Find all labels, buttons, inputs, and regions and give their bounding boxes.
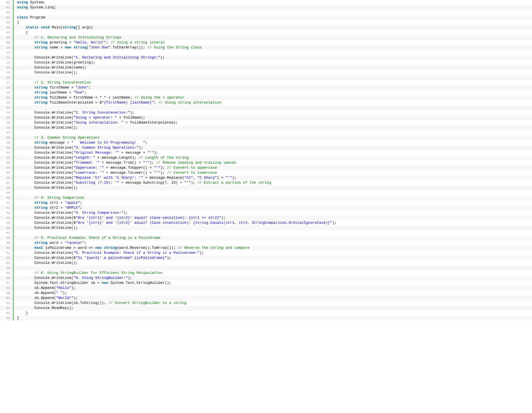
code-content[interactable] <box>13 230 532 235</box>
code-line[interactable]: 42. string str2 = "APPLE"; <box>0 205 532 210</box>
code-line[interactable]: 25. Console.WriteLine("Using interpolati… <box>0 120 532 125</box>
code-content[interactable]: Console.WriteLine("Substring (7-15): '" … <box>13 180 532 185</box>
code-line[interactable]: 30. Console.WriteLine("3. Common String … <box>0 145 532 150</box>
code-line[interactable]: 60. sb.Append("World!"); <box>0 296 532 301</box>
code-line[interactable]: 26. Console.WriteLine(); <box>0 125 532 130</box>
code-line[interactable]: 52. Console.WriteLine($"Is '{word}' a pa… <box>0 255 532 260</box>
code-content[interactable]: Console.ReadKey(); <box>13 306 532 311</box>
code-line[interactable]: 53. Console.WriteLine(); <box>0 260 532 266</box>
code-line[interactable]: 24. Console.WriteLine("Using + operator:… <box>0 115 532 120</box>
code-content[interactable]: Console.WriteLine("2. String Concatenati… <box>13 110 532 115</box>
code-line[interactable]: 03. <box>0 10 532 15</box>
code-content[interactable]: using System; <box>13 0 532 5</box>
code-line[interactable]: 01.using System; <box>0 0 532 5</box>
code-content[interactable]: string str2 = "APPLE"; <box>13 205 532 210</box>
code-content[interactable]: bool isPalindrome = word == new string(w… <box>13 245 532 250</box>
code-content[interactable] <box>13 266 532 271</box>
code-line[interactable]: 59. sb.Append(" "); <box>0 291 532 296</box>
code-line[interactable]: 55. // 6. Using StringBuilder for Effici… <box>0 271 532 276</box>
code-line[interactable]: 48. // 5. Practical Example: Check if a … <box>0 235 532 240</box>
code-line[interactable]: 06. static void Main(string[] args) <box>0 25 532 30</box>
code-content[interactable]: Console.WriteLine("Replace 'C#' with 'C … <box>13 175 532 180</box>
code-content[interactable]: string message = " Welcome to C# Program… <box>13 140 532 145</box>
code-content[interactable]: Console.WriteLine(greeting); <box>13 60 532 65</box>
code-line[interactable]: 31. Console.WriteLine("Original Message:… <box>0 150 532 155</box>
code-line[interactable]: 08. // 1. Declaring and Initializing Str… <box>0 35 532 40</box>
code-content[interactable]: Console.WriteLine(); <box>13 185 532 190</box>
code-content[interactable]: } <box>13 311 532 316</box>
code-line[interactable]: 23. Console.WriteLine("2. String Concate… <box>0 110 532 115</box>
code-line[interactable]: 27. <box>0 130 532 135</box>
code-content[interactable] <box>13 50 532 55</box>
code-line[interactable]: 22. <box>0 105 532 110</box>
code-line[interactable]: 63. } <box>0 311 532 316</box>
code-content[interactable]: string str1 = "apple"; <box>13 200 532 205</box>
code-line[interactable]: 11. <box>0 50 532 55</box>
code-content[interactable]: Console.WriteLine("Lowercase: '" + messa… <box>13 170 532 175</box>
code-line[interactable]: 64.} <box>0 316 532 321</box>
code-content[interactable]: Console.WriteLine($"Is '{word}' a palind… <box>13 255 532 260</box>
code-line[interactable]: 49. string word = "racecar"; <box>0 240 532 245</box>
code-content[interactable]: } <box>13 316 532 321</box>
code-content[interactable]: sb.Append("World!"); <box>13 296 532 301</box>
code-content[interactable]: using System.Linq; <box>13 5 532 10</box>
code-content[interactable]: sb.Append("Hello"); <box>13 286 532 291</box>
code-content[interactable]: Console.WriteLine($"Are '{str1}' and '{s… <box>13 215 532 220</box>
code-line[interactable]: 62. Console.ReadKey(); <box>0 306 532 311</box>
code-content[interactable]: Console.WriteLine("Original Message: '" … <box>13 150 532 155</box>
code-content[interactable]: string word = "racecar"; <box>13 240 532 245</box>
code-line[interactable]: 40. // 4. String Comparison <box>0 195 532 200</box>
code-line[interactable]: 47. <box>0 230 532 235</box>
code-line[interactable]: 29. string message = " Welcome to C# Pro… <box>0 140 532 145</box>
code-line[interactable]: 18. string firstName = "John"; <box>0 85 532 90</box>
code-line[interactable]: 19. string lastName = "Doe"; <box>0 90 532 95</box>
code-content[interactable]: Console.WriteLine("Trimmed: '" + message… <box>13 160 532 165</box>
code-content[interactable]: Console.WriteLine("4. String Comparison:… <box>13 210 532 215</box>
code-line[interactable]: 54. <box>0 266 532 271</box>
code-line[interactable]: 20. string fullName = firstName + " " + … <box>0 95 532 100</box>
code-content[interactable]: Console.WriteLine("6. Using StringBuilde… <box>13 276 532 281</box>
code-content[interactable]: string fullNameInterpolated = $"{firstNa… <box>13 100 532 105</box>
code-content[interactable] <box>13 190 532 195</box>
code-content[interactable]: sb.Append(" "); <box>13 291 532 296</box>
code-line[interactable]: 38. Console.WriteLine(); <box>0 185 532 190</box>
code-line[interactable]: 34. Console.WriteLine("Uppercase: '" + m… <box>0 165 532 170</box>
code-editor[interactable]: 01.using System;02.using System.Linq;03.… <box>0 0 532 321</box>
code-content[interactable]: System.Text.StringBuilder sb = new Syste… <box>13 281 532 286</box>
code-content[interactable]: static void Main(string[] args) <box>13 25 532 30</box>
code-line[interactable]: 61. Console.WriteLine(sb.ToString()); //… <box>0 301 532 306</box>
code-line[interactable]: 14. Console.WriteLine(name); <box>0 65 532 70</box>
code-line[interactable]: 43. Console.WriteLine("4. String Compari… <box>0 210 532 215</box>
code-content[interactable]: // 6. Using StringBuilder for Efficient … <box>13 271 532 276</box>
code-line[interactable]: 17. // 2. String Concatenation <box>0 80 532 85</box>
code-content[interactable]: Console.WriteLine(); <box>13 70 532 75</box>
code-content[interactable]: string firstName = "John"; <box>13 85 532 90</box>
code-line[interactable]: 02.using System.Linq; <box>0 5 532 10</box>
code-content[interactable]: Console.WriteLine("3. Common String Oper… <box>13 145 532 150</box>
code-line[interactable]: 37. Console.WriteLine("Substring (7-15):… <box>0 180 532 185</box>
code-line[interactable]: 41. string str1 = "apple"; <box>0 200 532 205</box>
code-content[interactable]: // 5. Practical Example: Check if a Stri… <box>13 235 532 240</box>
code-content[interactable]: Console.WriteLine("Using + operator: " +… <box>13 115 532 120</box>
code-line[interactable]: 35. Console.WriteLine("Lowercase: '" + m… <box>0 170 532 175</box>
code-content[interactable]: Console.WriteLine("Using interpolation: … <box>13 120 532 125</box>
code-line[interactable]: 07. { <box>0 30 532 35</box>
code-content[interactable]: // 3. Common String Operations <box>13 135 532 140</box>
code-line[interactable]: 46. Console.WriteLine(); <box>0 225 532 230</box>
code-line[interactable]: 04.class Program <box>0 15 532 20</box>
code-content[interactable]: Console.WriteLine("Length: " + message.L… <box>13 155 532 160</box>
code-content[interactable]: Console.WriteLine($"Are '{str1}' and '{s… <box>13 220 532 225</box>
code-line[interactable]: 56. Console.WriteLine("6. Using StringBu… <box>0 276 532 281</box>
code-content[interactable]: Console.WriteLine(); <box>13 260 532 266</box>
code-content[interactable] <box>13 130 532 135</box>
code-content[interactable]: string lastName = "Doe"; <box>13 90 532 95</box>
code-content[interactable] <box>13 105 532 110</box>
code-line[interactable]: 44. Console.WriteLine($"Are '{str1}' and… <box>0 215 532 220</box>
code-line[interactable]: 57. System.Text.StringBuilder sb = new S… <box>0 281 532 286</box>
code-content[interactable]: { <box>13 30 532 35</box>
code-line[interactable]: 39. <box>0 190 532 195</box>
code-line[interactable]: 36. Console.WriteLine("Replace 'C#' with… <box>0 175 532 180</box>
code-content[interactable]: Console.WriteLine(); <box>13 225 532 230</box>
code-content[interactable]: Console.WriteLine("1. Declaring and Init… <box>13 55 532 60</box>
code-content[interactable]: class Program <box>13 15 532 20</box>
